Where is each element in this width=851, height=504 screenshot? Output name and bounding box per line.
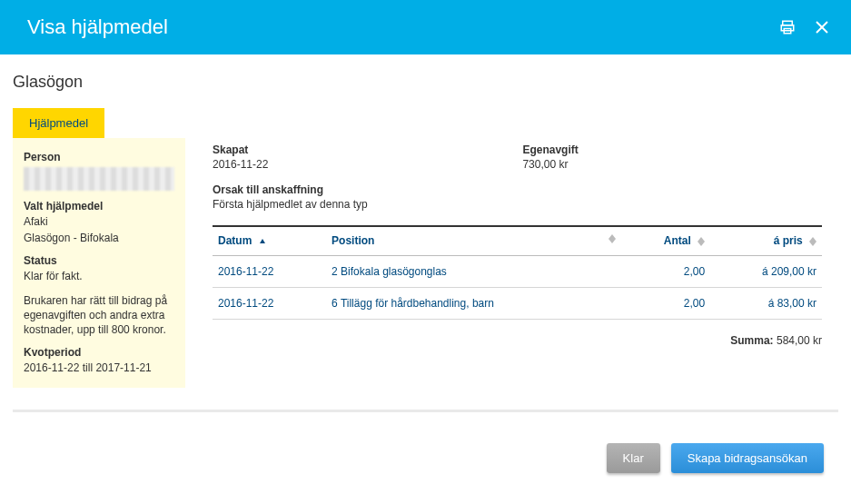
valt-value-2: Glasögon - Bifokala (24, 231, 174, 245)
status-value: Klar för fakt. (24, 269, 174, 283)
sort-icon (809, 237, 816, 246)
created-value: 2016-11-22 (213, 158, 268, 171)
klar-button[interactable]: Klar (607, 443, 660, 473)
person-label: Person (24, 151, 174, 163)
sort-asc-icon (259, 235, 266, 248)
col-qty[interactable]: Antal (621, 226, 710, 255)
content-area: Glasögon Hjälpmedel Person Valt hjälpmed… (0, 54, 851, 421)
valt-value-1: Afaki (24, 214, 174, 229)
cell-qty: 2,00 (621, 255, 710, 287)
sort-icon (698, 237, 705, 246)
cell-date: 2016-11-22 (213, 255, 326, 287)
tab-hjalpmedel[interactable]: Hjälpmedel (13, 108, 104, 138)
main-panel: Skapat 2016-11-22 Egenavgift 730,00 kr O… (185, 138, 838, 388)
summary-line: Summa: 584,00 kr (213, 334, 822, 347)
fee-label: Egenavgift (522, 143, 578, 156)
create-application-button[interactable]: Skapa bidragsansökan (671, 443, 824, 473)
svg-marker-5 (260, 239, 265, 243)
items-table: Datum Position (213, 225, 822, 320)
page-title: Glasögon (13, 73, 838, 92)
kvot-label: Kvotperiod (24, 346, 174, 359)
person-value-redacted (24, 167, 174, 191)
fee-value: 730,00 kr (522, 158, 578, 171)
cell-price: á 83,00 kr (710, 287, 822, 319)
svg-marker-6 (609, 234, 616, 239)
svg-marker-11 (809, 242, 816, 246)
col-date[interactable]: Datum (213, 226, 326, 255)
col-position[interactable]: Position (326, 226, 621, 255)
summary-value: 584,00 kr (777, 334, 822, 347)
valt-label: Valt hjälpmedel (24, 200, 174, 212)
cell-qty: 2,00 (621, 287, 710, 319)
cell-position: 2 Bifokala glasögonglas (326, 255, 621, 287)
reason-label: Orsak till anskaffning (213, 183, 822, 196)
table-row[interactable]: 2016-11-22 6 Tillägg för hårdbehandling,… (213, 287, 822, 319)
svg-marker-8 (698, 237, 705, 242)
created-label: Skapat (213, 143, 268, 156)
footer-actions: Klar Skapa bidragsansökan (0, 421, 851, 489)
status-label: Status (24, 254, 174, 267)
tab-row: Hjälpmedel (13, 108, 838, 138)
cell-date: 2016-11-22 (213, 287, 326, 319)
cell-position: 6 Tillägg för hårdbehandling, barn (326, 287, 621, 319)
svg-marker-7 (609, 239, 616, 243)
col-price[interactable]: á pris (710, 226, 822, 255)
cell-price: á 209,00 kr (710, 255, 822, 287)
side-panel: Person Valt hjälpmedel Afaki Glasögon - … (13, 138, 185, 388)
svg-marker-10 (809, 237, 816, 242)
kvot-value: 2016-11-22 till 2017-11-21 (24, 361, 174, 375)
close-icon[interactable] (811, 16, 833, 38)
titlebar: Visa hjälpmedel (0, 0, 851, 54)
table-row[interactable]: 2016-11-22 2 Bifokala glasögonglas 2,00 … (213, 255, 822, 287)
window-title: Visa hjälpmedel (27, 15, 764, 39)
svg-marker-9 (698, 242, 705, 246)
print-icon[interactable] (777, 16, 798, 38)
side-note: Brukaren har rätt till bidrag på egenavg… (24, 293, 174, 338)
summary-label: Summa: (730, 334, 773, 347)
sort-icon (609, 234, 616, 243)
reason-value: Första hjälpmedlet av denna typ (213, 198, 822, 211)
